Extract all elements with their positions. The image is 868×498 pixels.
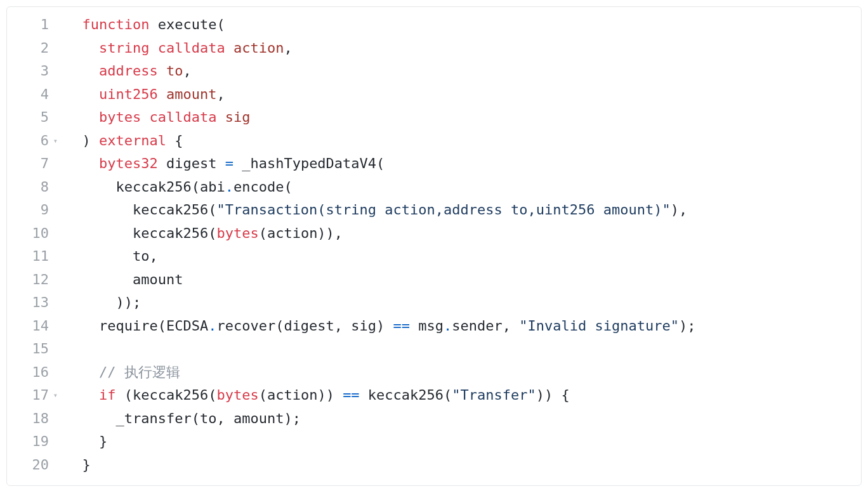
code-content: // 执行逻辑: [54, 361, 861, 384]
code-token: [158, 86, 166, 102]
code-content: keccak256(abi.encode(: [54, 176, 861, 199]
code-token: require(ECDSA: [99, 318, 208, 334]
code-token: (: [216, 16, 225, 32]
code-token: encode(: [233, 179, 293, 195]
code-token: ));: [115, 294, 141, 310]
code-token: sender,: [452, 318, 519, 334]
code-line: 17▾ if (keccak256(bytes(action)) == kecc…: [7, 384, 861, 407]
code-line: 16 // 执行逻辑: [7, 361, 861, 384]
line-number: 17▾: [7, 384, 54, 407]
code-token: [225, 40, 233, 56]
code-content: keccak256(bytes(action)),: [54, 222, 861, 246]
code-token: address: [99, 63, 158, 79]
fold-toggle-icon[interactable]: ▾: [53, 391, 58, 399]
code-token: // 执行逻辑: [99, 364, 180, 380]
line-number: 9: [7, 199, 54, 222]
code-content: ));: [54, 291, 861, 315]
code-token: .: [225, 179, 233, 195]
code-content: }: [54, 430, 861, 454]
code-token: _hashTypedDataV4(: [233, 155, 385, 171]
code-line: 19 }: [7, 430, 861, 454]
code-content: uint256 amount,: [54, 83, 861, 107]
code-token: execute: [158, 16, 217, 32]
code-token: ==: [343, 387, 360, 403]
code-content: if (keccak256(bytes(action)) == keccak25…: [54, 384, 861, 407]
line-number: 7: [7, 152, 54, 176]
code-token: bytes: [99, 109, 141, 125]
line-number: 16: [7, 361, 54, 384]
code-token: bytes32: [99, 155, 158, 171]
code-line: 2 string calldata action,: [7, 37, 861, 60]
code-token: recover(digest, sig): [216, 318, 393, 334]
code-block: 1 function execute(2 string calldata act…: [6, 6, 862, 486]
code-token: ),: [671, 202, 688, 218]
code-line: 12 amount: [7, 268, 861, 292]
code-token: ,: [183, 63, 191, 79]
code-line: 13 ));: [7, 291, 861, 315]
code-line: 4 uint256 amount,: [7, 83, 861, 107]
code-token: digest: [158, 155, 225, 171]
code-token: [149, 16, 157, 32]
code-content: ) external {: [54, 129, 861, 153]
code-token: external: [99, 133, 166, 148]
code-line: 15: [7, 337, 861, 361]
code-line: 11 to,: [7, 245, 861, 268]
code-token: }: [99, 433, 107, 449]
code-token: keccak256(abi: [115, 179, 225, 195]
code-line: 6▾ ) external {: [7, 129, 861, 153]
code-token: [158, 63, 166, 79]
code-token: {: [166, 133, 183, 148]
code-token: sig: [225, 109, 251, 125]
code-line: 20 }: [7, 454, 861, 477]
code-token: (action)): [259, 387, 343, 403]
line-number: 10: [7, 222, 54, 246]
fold-toggle-icon[interactable]: ▾: [53, 137, 58, 145]
code-content: keccak256("Transaction(string action,add…: [54, 199, 861, 222]
code-token: to: [166, 63, 183, 79]
code-content: bytes32 digest = _hashTypedDataV4(: [54, 152, 861, 176]
code-token: keccak256(: [133, 202, 216, 218]
code-token: if: [99, 387, 116, 403]
line-number: 3: [7, 60, 54, 83]
line-number: 13: [7, 291, 54, 315]
code-content: _transfer(to, amount);: [54, 407, 861, 431]
line-number: 15: [7, 337, 54, 361]
code-line: 7 bytes32 digest = _hashTypedDataV4(: [7, 152, 861, 176]
code-line: 9 keccak256("Transaction(string action,a…: [7, 199, 861, 222]
code-token: ,: [216, 86, 225, 102]
code-content: amount: [54, 268, 861, 292]
code-token: ): [82, 133, 100, 148]
code-line: 10 keccak256(bytes(action)),: [7, 222, 861, 246]
code-token: [141, 109, 149, 125]
line-number: 2: [7, 37, 54, 60]
code-token: calldata: [149, 109, 216, 125]
code-line: 5 bytes calldata sig: [7, 106, 861, 129]
code-content: function execute(: [54, 13, 861, 37]
code-line: 14 require(ECDSA.recover(digest, sig) ==…: [7, 315, 861, 338]
code-token: [216, 109, 225, 125]
code-content: }: [54, 454, 861, 477]
code-token: _transfer(to, amount);: [115, 410, 300, 426]
code-token: to,: [133, 248, 158, 264]
code-token: "Transfer": [452, 387, 536, 403]
code-line: 3 address to,: [7, 60, 861, 83]
code-token: [149, 40, 157, 56]
code-token: bytes: [216, 225, 258, 241]
code-token: string: [99, 40, 149, 56]
line-number: 8: [7, 176, 54, 199]
code-token: calldata: [158, 40, 225, 56]
code-token: ,: [284, 40, 292, 56]
code-content: bytes calldata sig: [54, 106, 861, 129]
code-token: keccak256(: [360, 387, 452, 403]
code-token: keccak256(: [133, 225, 216, 241]
code-token: .: [208, 318, 216, 334]
line-number: 14: [7, 315, 54, 338]
code-content: address to,: [54, 60, 861, 83]
code-token: "Transaction(string action,address to,ui…: [216, 202, 670, 218]
code-token: }: [82, 457, 91, 473]
line-number: 6▾: [7, 129, 54, 153]
code-token: amount: [133, 272, 183, 287]
code-token: action: [233, 40, 284, 56]
code-token: uint256: [99, 86, 158, 102]
code-token: bytes: [216, 387, 258, 403]
